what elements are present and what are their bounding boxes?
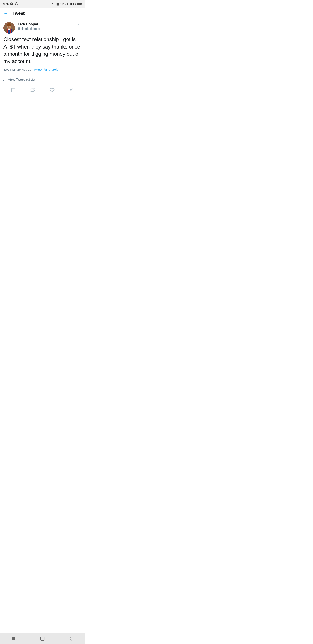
svg-rect-17: [7, 24, 11, 26]
svg-point-18: [8, 26, 9, 27]
user-handle[interactable]: @bikerjackripper: [17, 27, 77, 31]
top-nav: ← Tweet: [0, 8, 85, 19]
status-bar: 3:00 ⬛: [0, 0, 85, 8]
tweet-container: ★ Jack Cooper @bikerjackripper Closest t…: [0, 19, 85, 96]
tweet-meta: 3:00 PM · 29 Nov 20 · Twitter for Androi…: [3, 68, 81, 72]
empty-content-area: [0, 96, 85, 205]
dropdown-arrow[interactable]: [77, 23, 81, 28]
reply-button[interactable]: [8, 86, 18, 94]
signal-icon: [65, 2, 68, 6]
download-icon: ⬛: [56, 3, 59, 6]
svg-point-23: [72, 91, 73, 92]
tweet-timestamp: 3:00 PM · 29 Nov 20 ·: [3, 68, 34, 71]
svg-rect-1: [65, 4, 65, 5]
vpn-icon: [15, 2, 18, 6]
battery-icon: [77, 2, 82, 6]
battery-percentage: 100%: [69, 2, 76, 6]
svg-rect-12: [10, 29, 11, 34]
tweet-text: Closest text relationship I got is AT$T …: [3, 36, 81, 65]
svg-rect-7: [78, 3, 81, 5]
svg-rect-3: [66, 3, 67, 5]
svg-text:★: ★: [8, 30, 10, 32]
svg-point-21: [72, 88, 73, 90]
page-title: Tweet: [12, 11, 24, 16]
status-right: ⬛ 100%: [52, 2, 82, 6]
analytics-icon: [3, 78, 6, 81]
svg-line-24: [71, 90, 72, 92]
user-info: Jack Cooper @bikerjackripper: [17, 22, 77, 31]
svg-rect-2: [66, 4, 66, 5]
messenger-icon: [10, 2, 13, 6]
avatar[interactable]: ★: [3, 22, 15, 34]
share-button[interactable]: [67, 86, 76, 94]
svg-line-25: [71, 89, 72, 90]
svg-point-19: [10, 26, 10, 27]
wifi-icon: [60, 2, 64, 6]
svg-rect-4: [67, 2, 68, 5]
like-button[interactable]: [47, 86, 57, 94]
user-row: ★ Jack Cooper @bikerjackripper: [3, 22, 81, 34]
mute-icon: [52, 2, 55, 6]
activity-row[interactable]: View Tweet activity: [3, 75, 81, 84]
time-display: 3:00: [3, 2, 9, 6]
activity-label[interactable]: View Tweet activity: [8, 78, 35, 81]
svg-rect-6: [81, 3, 81, 4]
action-bar: [3, 84, 81, 96]
svg-point-22: [70, 90, 71, 91]
back-button[interactable]: ←: [3, 11, 8, 16]
user-name[interactable]: Jack Cooper: [17, 22, 77, 27]
tweet-source[interactable]: Twitter for Android: [34, 68, 58, 71]
status-left: 3:00: [3, 2, 18, 6]
retweet-button[interactable]: [28, 86, 37, 94]
